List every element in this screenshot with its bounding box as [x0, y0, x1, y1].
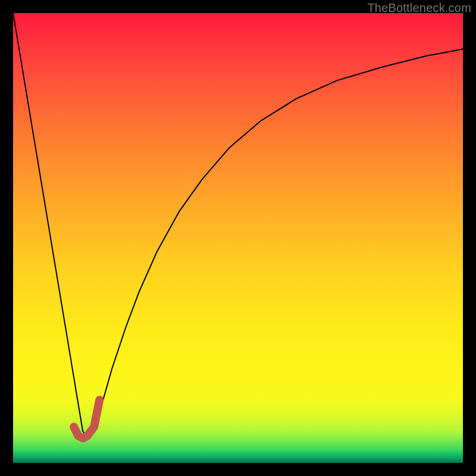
plot-area [13, 13, 463, 463]
chart-svg [13, 13, 463, 463]
bottleneck-curve [13, 13, 463, 436]
highlight-segment [74, 400, 99, 438]
watermark-text: TheBottleneck.com [367, 1, 471, 15]
chart-frame: TheBottleneck.com [0, 0, 476, 476]
